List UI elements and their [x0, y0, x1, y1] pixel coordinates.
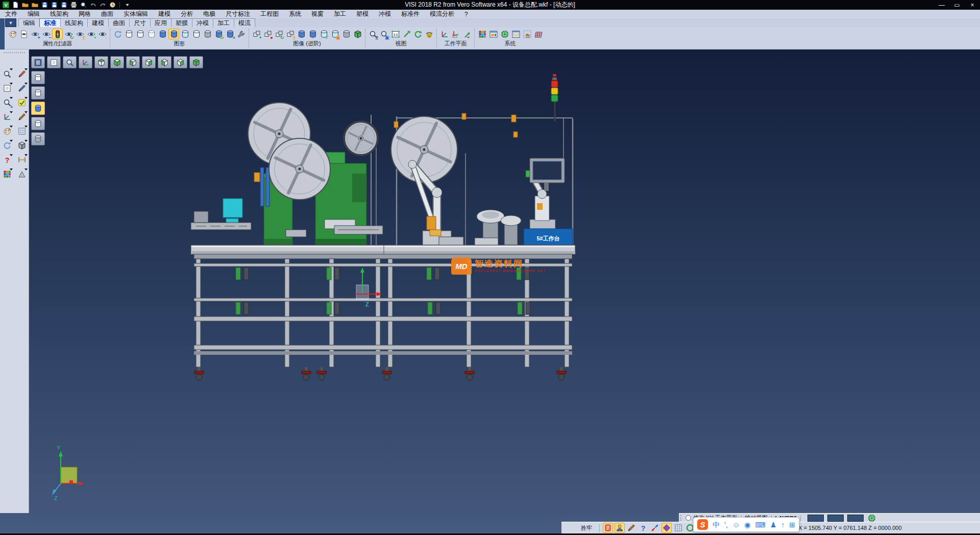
view-right-button[interactable]	[174, 56, 187, 68]
ime-skin[interactable]: ♟	[770, 521, 777, 528]
view-top-button[interactable]	[94, 56, 108, 68]
machine-model[interactable]: 5#工作台	[189, 74, 577, 385]
menu-item-15[interactable]: 冲模	[374, 10, 396, 18]
style-flat-icon[interactable]	[191, 29, 202, 39]
visi-logo-icon[interactable]: V	[2, 1, 10, 9]
zoom-window-icon[interactable]: ▣	[379, 29, 389, 39]
graphics-settings-icon[interactable]	[236, 29, 247, 39]
adv-check-icon[interactable]: ✓	[318, 29, 329, 39]
style-shaded-edges-icon[interactable]	[157, 29, 168, 39]
viewport-3d[interactable]: 5#工作台	[29, 50, 980, 533]
tab-5[interactable]: 尺寸	[129, 18, 151, 27]
adv-hatch-icon[interactable]	[341, 29, 352, 39]
layer-table-icon[interactable]	[1, 168, 13, 180]
filter-hide-remove-icon[interactable]: −	[41, 29, 52, 39]
menu-item-5[interactable]: 实体编辑	[118, 10, 153, 18]
shade-quick-icon[interactable]	[16, 168, 28, 180]
tab-9[interactable]: 加工	[213, 18, 234, 27]
view-back-button[interactable]	[142, 56, 156, 68]
attribute-paint-icon[interactable]	[7, 29, 18, 39]
menu-item-4[interactable]: 曲面	[96, 10, 118, 18]
menu-item-9[interactable]: 尺寸标注	[220, 10, 255, 18]
sketch-curve-icon[interactable]	[16, 82, 28, 94]
confirm-apply-icon[interactable]	[16, 96, 28, 109]
ucs-move-icon[interactable]	[1, 111, 13, 123]
new-file-icon[interactable]	[11, 1, 19, 9]
workplane-move-icon[interactable]	[461, 29, 472, 39]
view-fit-button[interactable]	[47, 56, 61, 68]
ime-punct[interactable]: ’,	[724, 521, 728, 528]
menu-item-2[interactable]: 线架构	[45, 10, 74, 18]
adv-traffic-icon[interactable]: ●	[262, 29, 273, 39]
style-hidden-line-icon[interactable]	[202, 29, 213, 39]
style-copy-view-icon[interactable]: »	[225, 29, 235, 39]
tab-2[interactable]: 线架构	[60, 18, 88, 27]
osnap-grid-icon[interactable]	[673, 523, 683, 533]
select-window-icon[interactable]	[1, 82, 13, 94]
view-bottom-button[interactable]	[110, 56, 124, 68]
redo-icon[interactable]	[99, 1, 107, 9]
status-drag-handle[interactable]	[680, 515, 683, 521]
ime-update[interactable]: ↑	[781, 521, 785, 528]
adv-solid-band-icon[interactable]	[307, 29, 318, 39]
mode-hatched-button[interactable]	[31, 132, 45, 145]
restore-button[interactable]: ▭	[949, 0, 965, 10]
panel-bar-2[interactable]	[827, 515, 844, 522]
print-icon[interactable]	[69, 1, 78, 9]
solid-view-icon[interactable]	[16, 139, 28, 152]
filter-toggle-icon[interactable]: ±	[75, 29, 85, 39]
view-zoom-button[interactable]	[63, 56, 77, 68]
tab-10[interactable]: 模流	[234, 18, 255, 27]
menu-item-8[interactable]: 电极	[198, 10, 220, 18]
osnap-edit-icon[interactable]	[626, 523, 636, 533]
filter-show-all-icon[interactable]: +	[86, 29, 96, 39]
window-tile-icon[interactable]	[16, 125, 28, 137]
regen-all-icon[interactable]	[1, 139, 13, 152]
minimize-button[interactable]: —	[934, 0, 949, 10]
save-as-icon[interactable]	[50, 1, 58, 9]
style-dashed-icon[interactable]	[146, 29, 157, 39]
adv-add-view-icon[interactable]: +	[251, 29, 262, 39]
context-help-icon[interactable]: ?	[1, 154, 13, 166]
menu-item-11[interactable]: 系统	[284, 10, 306, 18]
menu-item-17[interactable]: 模流分析	[425, 10, 459, 18]
adv-refresh-icon[interactable]: ↻	[274, 29, 284, 39]
edit-trim-icon[interactable]	[16, 68, 28, 80]
zoom-actual-icon[interactable]: 1:1	[390, 29, 401, 39]
style-regen-icon[interactable]: ↻	[213, 29, 224, 39]
grid-settings-icon[interactable]	[533, 29, 544, 39]
panel-bar-1[interactable]	[807, 515, 824, 522]
adv-corner-icon[interactable]: ▣	[330, 29, 340, 39]
insert-file-icon[interactable]	[31, 1, 39, 9]
workplane-3d-icon[interactable]	[439, 29, 450, 39]
render-palette-icon[interactable]	[1, 125, 13, 137]
panel-bar-3[interactable]	[847, 515, 864, 522]
view-dynamic-icon[interactable]	[1, 68, 13, 80]
adv-cube-solid-icon[interactable]	[352, 29, 363, 39]
style-translucent-icon[interactable]	[180, 29, 190, 39]
color-table-icon[interactable]	[477, 29, 487, 39]
osnap-diamond-icon[interactable]	[662, 523, 672, 533]
undo-icon[interactable]	[89, 1, 97, 9]
tab-dropdown-button[interactable]: ▼	[5, 18, 16, 27]
mode-hidden-line-button[interactable]	[31, 86, 45, 100]
filter-traffic-light-icon[interactable]	[52, 29, 63, 39]
tab-0[interactable]: 编辑	[18, 18, 40, 27]
style-shaded-icon[interactable]	[168, 29, 179, 39]
view-shade-eye-icon[interactable]	[424, 29, 434, 39]
mode-translucent-button[interactable]	[31, 117, 45, 130]
measure-distance-icon[interactable]	[16, 154, 28, 166]
view-ucs-button[interactable]	[79, 56, 92, 68]
tab-7[interactable]: 塑膜	[171, 18, 192, 27]
workplane-radio[interactable]	[685, 515, 691, 521]
tab-6[interactable]: 应用	[150, 18, 172, 27]
menu-item-12[interactable]: 视窗	[306, 10, 329, 18]
quick-access-more-icon[interactable]	[123, 1, 131, 9]
save-icon[interactable]	[40, 1, 48, 9]
view-refresh-icon[interactable]	[412, 29, 423, 39]
lock-toggle[interactable]: 拴牢	[581, 524, 592, 532]
menu-item-14[interactable]: 塑模	[351, 10, 374, 18]
osnap-arrows-icon[interactable]	[650, 523, 660, 533]
history-icon[interactable]	[108, 1, 116, 9]
close-button[interactable]: ×	[965, 0, 980, 10]
